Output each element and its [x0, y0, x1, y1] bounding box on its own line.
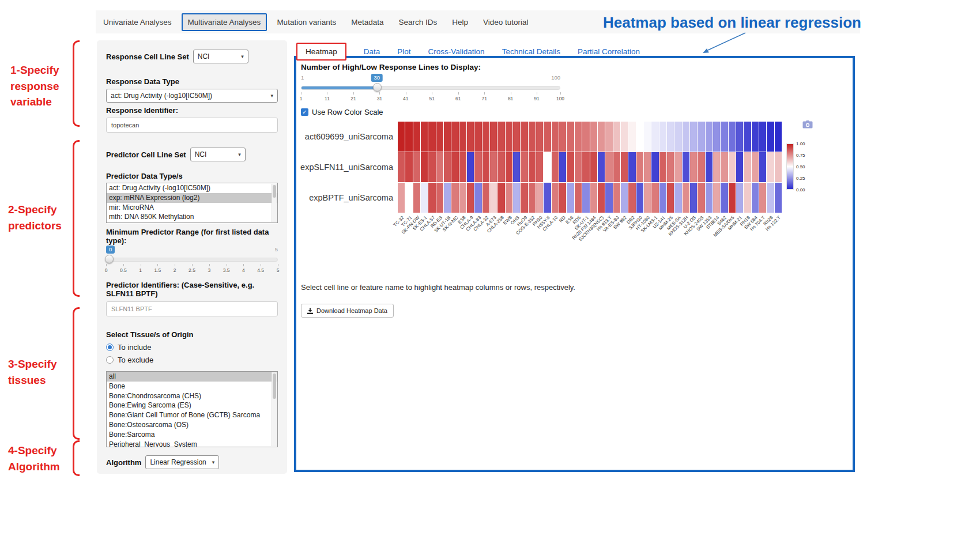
- results-panel: Number of High/Low Response Lines to Dis…: [294, 56, 855, 472]
- heatmap-cell: [490, 183, 497, 213]
- response-lines-slider[interactable]: 1100301112131415161718191100: [301, 74, 560, 104]
- predictor-data-types-label: Predictor Data Type/s: [106, 172, 278, 180]
- chevron-down-icon: ▾: [241, 54, 244, 59]
- heatmap-row-label[interactable]: expSLFN11_uniSarcoma: [299, 152, 393, 183]
- predictor-identifiers-input[interactable]: [106, 301, 278, 316]
- heatmap-cell: [636, 122, 643, 152]
- slider-tick-label: 11: [325, 96, 330, 101]
- heatmap-cell: [536, 183, 543, 213]
- camera-icon[interactable]: [802, 120, 813, 129]
- heatmap-cell: [759, 122, 766, 152]
- tissue-option[interactable]: Bone: [107, 382, 277, 391]
- tissue-option[interactable]: Bone:Giant Cell Tumor of Bone (GCTB) Sar…: [107, 410, 277, 420]
- heatmap-x-labels: TC-32TC-71SK-PN-DWSK-ES-1CHLA-57RD-ESSK-…: [398, 214, 782, 263]
- slider-tick-label: 0.5: [120, 267, 127, 273]
- tissue-option[interactable]: Peripheral_Nervous_System: [107, 440, 277, 447]
- slider-handle[interactable]: [373, 83, 382, 92]
- nav-item-help[interactable]: Help: [447, 13, 473, 31]
- heatmap-cell: [497, 122, 504, 152]
- slider-track[interactable]: [106, 258, 278, 262]
- heatmap-cell: [674, 122, 681, 152]
- heatmap-cell: [559, 183, 566, 213]
- slider-tick-label: 2.5: [189, 267, 195, 273]
- scrollbar-thumb[interactable]: [273, 373, 276, 399]
- heatmap-cell: [636, 152, 643, 182]
- heatmap-cell: [483, 183, 489, 213]
- scrollbar[interactable]: [272, 184, 277, 222]
- predictor-data-type-option[interactable]: mir: MicroRNA: [107, 203, 277, 213]
- predictor-data-type-option[interactable]: act: Drug Activity (-log10[IC50M]): [107, 183, 277, 193]
- nav-item-video-tutorial[interactable]: Video tutorial: [478, 13, 534, 31]
- heatmap-cell: [736, 183, 743, 213]
- algorithm-select[interactable]: Linear Regression ▾: [145, 455, 219, 469]
- heatmap-row-label[interactable]: expBPTF_uniSarcoma: [299, 183, 393, 213]
- nav-item-multivariate-analyses[interactable]: Multivariate Analyses: [182, 13, 267, 31]
- heatmap-cell: [713, 152, 720, 182]
- nav-item-univariate-analyses[interactable]: Univariate Analyses: [98, 13, 177, 31]
- nav-item-mutation-variants[interactable]: Mutation variants: [272, 13, 341, 31]
- heatmap-colorbar: [786, 144, 794, 190]
- heatmap-cell: [667, 122, 674, 152]
- heatmap-cell: [706, 152, 713, 182]
- tab-heatmap[interactable]: Heatmap: [296, 43, 346, 61]
- heatmap-cell: [413, 152, 420, 182]
- heatmap-cell: [497, 152, 504, 182]
- tissue-option[interactable]: Bone:Chondrosarcoma (CHS): [107, 391, 277, 401]
- annotation-step1: 1-Specify response variable: [10, 62, 71, 110]
- slider-tick-label: 81: [508, 96, 513, 101]
- tissue-option[interactable]: all: [107, 372, 277, 382]
- download-heatmap-data-button[interactable]: Download Heatmap Data: [301, 304, 394, 318]
- tissue-option[interactable]: Bone:Osteosarcoma (OS): [107, 420, 277, 430]
- heatmap-cell: [767, 152, 774, 182]
- heatmap-cell: [483, 122, 489, 152]
- heatmap-cell: [490, 122, 497, 152]
- heatmap-cell: [552, 152, 559, 182]
- response-identifier-input[interactable]: [106, 118, 278, 133]
- slider-handle[interactable]: [105, 255, 114, 263]
- heatmap-cell: [590, 152, 597, 182]
- predictor-data-type-listbox[interactable]: act: Drug Activity (-log10[IC50M])exp: m…: [106, 183, 278, 223]
- nav-item-metadata[interactable]: Metadata: [346, 13, 389, 31]
- heatmap-cell: [690, 122, 697, 152]
- heatmap-cell: [621, 152, 628, 182]
- slider-tick-label: 21: [350, 96, 356, 101]
- response-data-type-select[interactable]: act: Drug Activity (-log10[IC50M]) ▾: [106, 89, 278, 103]
- response-cell-line-set-select[interactable]: NCI ▾: [193, 50, 248, 63]
- tab-partial-correlation[interactable]: Partial Correlation: [578, 47, 640, 56]
- row-color-scale-checkbox-row[interactable]: ✓ Use Row Color Scale: [301, 108, 383, 116]
- heatmap-cell: [529, 183, 536, 213]
- annotation-step2: 2-Specify predictors: [8, 202, 73, 233]
- min-predictor-range-slider[interactable]: 5000.511.522.533.544.55: [106, 246, 278, 276]
- annotation-arrow-icon: [695, 31, 748, 56]
- tissue-option[interactable]: Bone:Sarcoma: [107, 430, 277, 440]
- tab-plot[interactable]: Plot: [397, 47, 410, 56]
- colorbar-tick-label: 0.75: [796, 153, 805, 158]
- tab-data[interactable]: Data: [364, 47, 380, 56]
- slider-tick-label: 3.5: [223, 267, 230, 273]
- heatmap-cell: [398, 152, 405, 182]
- heatmap-cell: [398, 183, 405, 213]
- predictor-data-type-option[interactable]: exp: mRNA Expression (log2): [107, 193, 277, 203]
- heatmap-cell: [628, 183, 635, 213]
- predictor-cell-line-set-select[interactable]: NCI ▾: [190, 148, 246, 161]
- heatmap-cell: [436, 152, 443, 182]
- scrollbar-thumb[interactable]: [273, 185, 276, 198]
- heatmap-cell: [497, 183, 504, 213]
- tissue-listbox[interactable]: allBoneBone:Chondrosarcoma (CHS)Bone:Ewi…: [106, 371, 278, 447]
- heatmap-cell: [690, 152, 697, 182]
- heatmap-row-label[interactable]: act609699_uniSarcoma: [299, 122, 393, 152]
- heatmap-cell: [559, 122, 566, 152]
- heatmap-cell: [544, 152, 551, 182]
- tab-technical-details[interactable]: Technical Details: [502, 47, 560, 56]
- tissue-option[interactable]: Bone:Ewing Sarcoma (ES): [107, 401, 277, 410]
- slider-track[interactable]: [301, 86, 560, 90]
- heatmap-cell: [413, 122, 420, 152]
- tissue-include-radio[interactable]: To include: [106, 343, 278, 352]
- predictor-data-type-option[interactable]: mth: DNA 850K Methylation: [107, 212, 277, 222]
- tab-cross-validation[interactable]: Cross-Validation: [428, 47, 485, 56]
- heatmap-cell: [536, 122, 543, 152]
- tissue-exclude-radio[interactable]: To exclude: [106, 356, 278, 364]
- nav-item-search-ids[interactable]: Search IDs: [393, 13, 442, 31]
- heatmap-cell: [582, 122, 589, 152]
- scrollbar[interactable]: [272, 372, 277, 446]
